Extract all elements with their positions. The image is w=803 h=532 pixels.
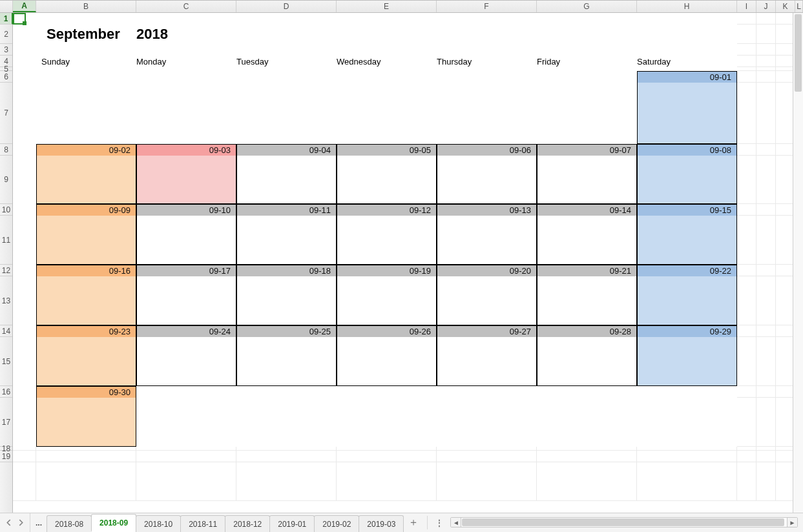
sheet-tab[interactable]: 2019-02 — [314, 515, 359, 532]
vertical-scrollbar[interactable] — [793, 13, 803, 513]
calendar-date-body[interactable] — [136, 216, 236, 265]
column-header[interactable]: G — [537, 1, 637, 12]
column-header[interactable]: H — [637, 1, 737, 12]
calendar-date-body[interactable] — [637, 337, 737, 386]
tab-nav-buttons[interactable] — [0, 513, 30, 532]
calendar-date-header[interactable]: 09-07 — [537, 144, 637, 156]
calendar-date-header[interactable]: 09-30 — [36, 386, 136, 398]
calendar-date-header[interactable]: 09-17 — [136, 265, 236, 276]
calendar-date-body[interactable] — [136, 337, 236, 386]
calendar-date-body[interactable] — [236, 216, 337, 265]
sheet-tab[interactable]: 2019-01 — [269, 515, 315, 532]
calendar-date-header[interactable]: 09-28 — [537, 325, 637, 337]
calendar-date-header[interactable]: 09-15 — [637, 204, 737, 216]
calendar-date-header[interactable]: 09-14 — [537, 204, 637, 216]
calendar-date-body[interactable] — [36, 156, 136, 204]
calendar-date-body[interactable] — [236, 156, 337, 204]
sheet-tab[interactable]: 2019-03 — [359, 515, 404, 532]
calendar-date-header[interactable]: 09-20 — [437, 265, 537, 276]
column-header[interactable]: B — [36, 1, 136, 12]
calendar-date-header[interactable]: 09-06 — [437, 144, 537, 156]
calendar-date-header[interactable]: 09-09 — [36, 204, 136, 216]
column-header[interactable]: I — [737, 1, 756, 12]
calendar-date-body[interactable] — [36, 276, 136, 325]
row-header[interactable]: 19 — [0, 451, 12, 462]
calendar-date-body[interactable] — [637, 83, 737, 144]
row-header[interactable]: 12 — [0, 265, 12, 276]
tab-options-button[interactable]: ⋮ — [432, 513, 448, 532]
calendar-date-header[interactable]: 09-27 — [437, 325, 537, 337]
column-header[interactable]: K — [776, 1, 795, 12]
calendar-date-header[interactable]: 09-22 — [637, 265, 737, 276]
row-header[interactable]: 16 — [0, 386, 12, 398]
calendar-date-body[interactable] — [537, 337, 637, 386]
row-header[interactable]: 3 — [0, 44, 12, 56]
row-header[interactable]: 15 — [0, 337, 12, 386]
add-sheet-button[interactable]: ＋ — [404, 513, 423, 532]
calendar-date-body[interactable] — [36, 398, 136, 447]
calendar-date-body[interactable] — [337, 276, 437, 325]
calendar-date-header[interactable]: 09-08 — [637, 144, 737, 156]
calendar-date-body[interactable] — [337, 156, 437, 204]
calendar-date-header[interactable]: 09-10 — [136, 204, 236, 216]
row-header[interactable]: 11 — [0, 216, 12, 265]
hscroll-right-button[interactable]: ► — [787, 518, 797, 527]
calendar-date-header[interactable]: 09-03 — [136, 144, 236, 156]
column-header[interactable]: E — [337, 1, 437, 12]
row-header[interactable]: 1 — [0, 13, 13, 25]
vertical-scroll-thumb[interactable] — [795, 14, 802, 92]
calendar-date-body[interactable] — [637, 216, 737, 265]
calendar-date-body[interactable] — [537, 216, 637, 265]
hscroll-left-button[interactable]: ◄ — [451, 518, 461, 527]
calendar-date-body[interactable] — [437, 156, 537, 204]
worksheet-cells[interactable]: September2018SundayMondayTuesdayWednesda… — [13, 13, 803, 513]
sheet-tab[interactable]: 2018-08 — [47, 515, 92, 532]
calendar-date-body[interactable] — [136, 156, 236, 204]
row-header[interactable]: 13 — [0, 276, 12, 325]
calendar-date-body[interactable] — [36, 216, 136, 265]
calendar-date-header[interactable]: 09-21 — [537, 265, 637, 276]
calendar-date-body[interactable] — [36, 337, 136, 386]
calendar-date-body[interactable] — [437, 276, 537, 325]
column-header[interactable]: C — [136, 1, 236, 12]
calendar-date-body[interactable] — [136, 276, 236, 325]
calendar-date-header[interactable]: 09-18 — [236, 265, 337, 276]
calendar-date-header[interactable]: 09-05 — [337, 144, 437, 156]
column-header[interactable]: F — [437, 1, 537, 12]
calendar-date-body[interactable] — [637, 156, 737, 204]
column-header[interactable]: D — [236, 1, 337, 12]
sheet-tab[interactable]: 2018-11 — [180, 515, 225, 532]
calendar-date-body[interactable] — [537, 156, 637, 204]
calendar-date-body[interactable] — [537, 276, 637, 325]
row-header[interactable]: 2 — [0, 25, 12, 44]
row-header[interactable]: 8 — [0, 144, 12, 156]
sheet-tab[interactable]: 2018-12 — [225, 515, 270, 532]
tab-overflow-ellipsis[interactable]: ... — [30, 513, 47, 532]
row-header[interactable]: 10 — [0, 204, 12, 216]
calendar-date-header[interactable]: 09-26 — [337, 325, 437, 337]
hscroll-thumb[interactable] — [462, 518, 784, 526]
calendar-date-header[interactable]: 09-16 — [36, 265, 136, 276]
row-header[interactable]: 9 — [0, 156, 12, 204]
sheet-tab[interactable]: 2018-09 — [91, 514, 136, 532]
row-header[interactable]: 14 — [0, 325, 12, 337]
horizontal-scrollbar[interactable]: ◄ ► — [450, 517, 798, 527]
calendar-date-header[interactable]: 09-02 — [36, 144, 136, 156]
row-header[interactable]: 17 — [0, 398, 12, 447]
calendar-date-header[interactable]: 09-23 — [36, 325, 136, 337]
calendar-date-body[interactable] — [337, 216, 437, 265]
calendar-date-header[interactable]: 09-24 — [136, 325, 236, 337]
calendar-date-body[interactable] — [236, 276, 337, 325]
calendar-date-header[interactable]: 09-12 — [337, 204, 437, 216]
row-header[interactable]: 6 — [0, 71, 12, 83]
column-header[interactable]: L — [795, 1, 803, 12]
calendar-date-body[interactable] — [236, 337, 337, 386]
row-header[interactable]: 7 — [0, 83, 12, 144]
calendar-date-header[interactable]: 09-29 — [637, 325, 737, 337]
calendar-date-body[interactable] — [637, 276, 737, 325]
column-header[interactable]: J — [756, 1, 776, 12]
calendar-date-header[interactable]: 09-01 — [637, 71, 737, 83]
calendar-date-header[interactable]: 09-25 — [236, 325, 337, 337]
sheet-tab[interactable]: 2018-10 — [136, 515, 181, 532]
calendar-date-header[interactable]: 09-11 — [236, 204, 337, 216]
